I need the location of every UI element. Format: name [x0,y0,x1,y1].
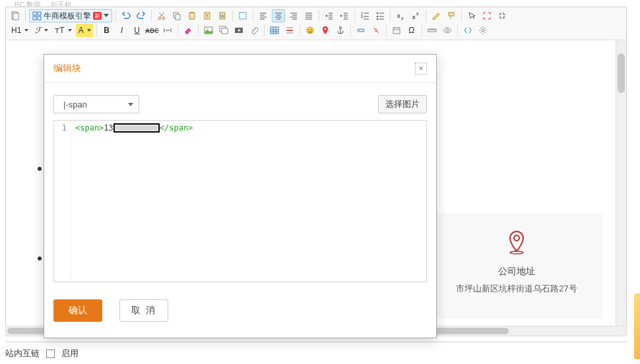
caret-down-icon [104,14,109,18]
cancel-button[interactable]: 取 消 [119,299,168,322]
align-right-icon[interactable] [287,9,300,22]
paste-word-icon[interactable]: W [216,9,229,22]
omega-icon[interactable]: Ω [405,24,418,37]
element-type-select[interactable]: |-span [53,95,139,113]
redo-icon[interactable] [135,9,148,22]
ruler-icon[interactable] [426,24,439,37]
list-bullet-icon [38,257,42,260]
clear-format-icon[interactable] [430,9,443,22]
svg-point-41 [482,29,484,32]
svg-rect-9 [176,15,180,20]
svg-point-33 [307,27,313,34]
copy-icon[interactable] [170,9,183,22]
source-icon[interactable] [461,24,474,37]
align-center-icon[interactable] [272,9,285,22]
unordered-list-icon[interactable] [373,9,387,22]
svg-rect-26 [449,13,454,16]
edit-block-modal: 编辑块 × |-span 选择图片 1 <span>13</span> 确认 取… [44,54,437,338]
map-icon[interactable] [319,24,332,37]
redacted-text [113,123,160,133]
svg-point-34 [308,29,309,30]
grid-icon [32,11,42,20]
code-content[interactable]: <span>13</span> [71,121,426,282]
emoji-icon[interactable] [304,24,317,37]
close-icon[interactable]: × [415,63,427,75]
hr-icon[interactable] [283,24,296,37]
font-family-combo[interactable]: ℱ [32,24,50,37]
svg-rect-16 [240,13,246,19]
choose-image-button[interactable]: 选择图片 [378,95,427,113]
char-spacing-icon[interactable] [161,24,174,37]
indent-increase-icon[interactable] [338,9,351,22]
link-icon[interactable] [354,24,368,37]
svg-rect-30 [222,28,228,34]
superscript-icon[interactable]: x2 [409,9,422,22]
pointer-icon[interactable] [465,9,478,22]
bold-icon[interactable]: B [100,24,113,37]
svg-rect-2 [33,12,36,15]
indent-decrease-icon[interactable] [323,9,336,22]
code-editor[interactable]: 1 <span>13</span> [53,120,427,282]
list-bullet-icon [38,167,42,171]
svg-point-42 [514,235,519,241]
template-engine-button[interactable]: 牛商模板引擎 新 [29,9,112,22]
svg-text:2: 2 [401,16,404,20]
svg-text:x: x [412,14,416,20]
svg-point-40 [446,29,449,32]
confirm-button[interactable]: 确认 [53,299,102,322]
svg-point-28 [207,28,208,30]
svg-text:W: W [220,14,225,18]
svg-point-35 [311,29,312,30]
video-icon[interactable] [232,24,245,37]
svg-point-19 [377,13,379,15]
align-left-icon[interactable] [257,9,270,22]
enable-checkbox[interactable] [46,349,55,358]
subscript-icon[interactable]: x2 [394,9,407,22]
svg-rect-3 [38,12,41,15]
ordered-list-icon[interactable]: 12 [358,9,371,22]
editor-toolbar: 牛商模板引擎 新 T W 12 [6,7,626,40]
footer-options: 站内互链 启用 [5,342,627,359]
format-brush-icon[interactable] [445,9,458,22]
align-justify-icon[interactable] [302,9,315,22]
strike-icon[interactable]: ᴀʙᴄ [146,24,159,37]
underline-icon[interactable]: U [131,24,144,37]
svg-point-20 [377,16,379,18]
clipboard-icon[interactable] [9,9,22,22]
highlight-combo[interactable]: A [76,24,93,37]
svg-point-43 [510,251,523,254]
attachment-icon[interactable] [247,24,261,37]
paste-icon[interactable] [185,9,199,22]
preview-icon[interactable] [441,24,454,37]
unlink-icon[interactable] [369,24,383,37]
svg-rect-10 [189,13,195,19]
svg-rect-1 [13,13,18,20]
svg-rect-38 [393,28,400,34]
multi-image-icon[interactable] [217,24,230,37]
svg-text:2: 2 [416,12,419,16]
select-all-icon[interactable] [236,9,249,22]
svg-point-21 [377,18,379,20]
table-icon[interactable] [268,24,281,37]
address-title: 公司地址 [431,266,602,278]
font-size-combo[interactable]: ᴛT [52,24,73,37]
address-card: 公司地址 市坪山新区坑梓街道乌石路27号 [431,213,602,318]
vertical-scrollbar[interactable] [616,40,626,329]
date-icon[interactable] [390,24,403,37]
eraser-icon[interactable] [181,24,195,37]
paste-plain-icon[interactable]: T [201,9,214,22]
svg-rect-11 [191,12,193,13]
breadcrumb: … PC 数据… 与手机 [0,0,640,7]
heading-combo[interactable]: H1 [9,24,30,37]
italic-icon[interactable]: I [115,24,129,37]
side-tab-handle[interactable] [634,293,640,359]
settings-icon[interactable] [476,24,490,37]
modal-title: 编辑块 [53,63,81,75]
cut-icon[interactable] [155,9,168,22]
image-icon[interactable] [202,24,215,37]
interlink-label: 站内互链 [5,348,40,359]
expand-icon[interactable] [480,9,494,22]
collapse-icon[interactable] [496,9,509,22]
undo-icon[interactable] [119,9,133,22]
anchor-icon[interactable] [334,24,347,37]
